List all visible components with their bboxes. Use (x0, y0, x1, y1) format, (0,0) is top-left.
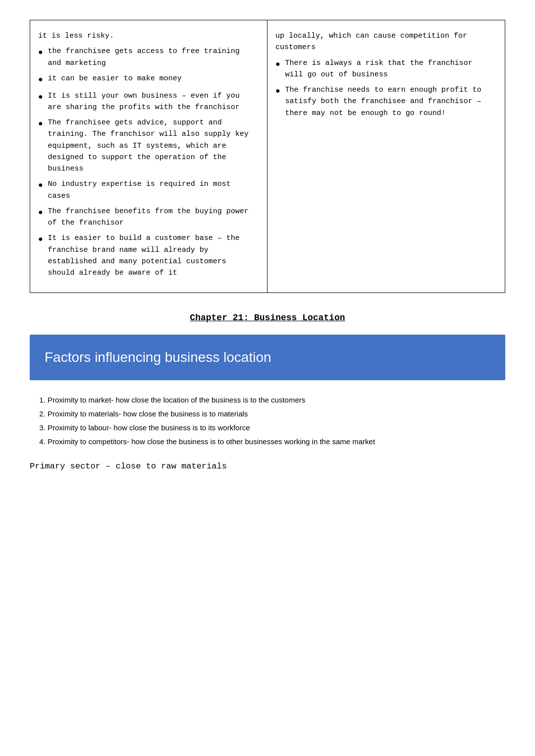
left-column: it is less risky. ●the franchisee gets a… (30, 20, 268, 292)
list-item: Proximity to market- how close the locat… (48, 394, 505, 406)
list-item: Proximity to competitors- how close the … (48, 436, 505, 448)
list-item: ●The franchisee benefits from the buying… (38, 206, 255, 229)
blue-banner-heading: Factors influencing business location (45, 349, 490, 365)
list-item-text: it can be easier to make money (48, 73, 182, 84)
bullet-icon: ● (38, 74, 43, 86)
list-item: ●It is still your own business – even if… (38, 90, 255, 114)
list-item-text: There is always a risk that the franchis… (285, 58, 493, 81)
right-bullet-list: ●There is always a risk that the franchi… (275, 58, 493, 119)
chapter-title: Chapter 21: Business Location (30, 313, 505, 323)
left-bullet-list: ●the franchisee gets access to free trai… (38, 46, 255, 279)
list-item-text: It is still your own business – even if … (48, 90, 255, 114)
bullet-icon: ● (38, 91, 43, 104)
list-item: ●There is always a risk that the franchi… (275, 58, 493, 81)
list-item-text: The franchisee benefits from the buying … (48, 206, 255, 229)
list-item: ●No industry expertise is required in mo… (38, 178, 255, 202)
list-item: ●the franchisee gets access to free trai… (38, 46, 255, 69)
list-item-text: the franchisee gets access to free train… (48, 46, 255, 69)
bullet-icon: ● (275, 58, 280, 71)
right-column: up locally, which can cause competition … (268, 20, 505, 292)
list-item: ●It is easier to build a customer base –… (38, 233, 255, 279)
bullet-icon: ● (275, 85, 280, 98)
bullet-icon: ● (38, 233, 43, 246)
primary-sector-text: Primary sector – close to raw materials (30, 462, 505, 471)
list-item-text: The franchise needs to earn enough profi… (285, 84, 493, 119)
list-item: Proximity to labour- how close the busin… (48, 422, 505, 434)
list-item-text: It is easier to build a customer base – … (48, 233, 255, 279)
list-item-text: No industry expertise is required in mos… (48, 178, 255, 202)
intro-text-left: it is less risky. (38, 30, 255, 42)
list-item: ●The franchise needs to earn enough prof… (275, 84, 493, 119)
list-item-text: The franchisee gets advice, support and … (48, 117, 255, 174)
list-item: Proximity to materials- how close the bu… (48, 408, 505, 420)
bullet-icon: ● (38, 207, 43, 219)
list-item: ●it can be easier to make money (38, 73, 255, 86)
bullet-icon: ● (38, 47, 43, 59)
intro-text-right: up locally, which can cause competition … (275, 30, 493, 54)
bullet-icon: ● (38, 179, 43, 192)
numbered-list: Proximity to market- how close the locat… (30, 394, 505, 448)
list-item: ●The franchisee gets advice, support and… (38, 117, 255, 174)
bullet-icon: ● (38, 118, 43, 130)
blue-banner: Factors influencing business location (30, 335, 505, 380)
franchise-table: it is less risky. ●the franchisee gets a… (30, 20, 505, 293)
